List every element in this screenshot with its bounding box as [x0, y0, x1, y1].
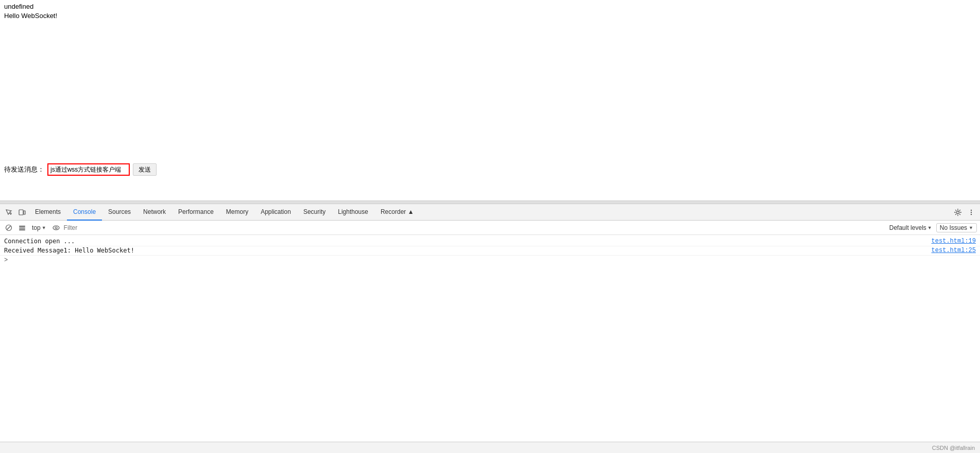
status-bar: CSDN @itfallrain — [0, 442, 980, 453]
console-filter-input[interactable] — [64, 223, 474, 233]
console-line: Received Message1: Hello WebSocket! test… — [0, 246, 980, 256]
devtools-panel: Elements Console Sources Network Perform… — [0, 204, 980, 442]
no-issues-label: No Issues — [940, 224, 967, 231]
status-bar-text: CSDN @itfallrain — [932, 445, 975, 451]
tab-memory[interactable]: Memory — [220, 204, 254, 221]
devtools-settings-icon[interactable] — [951, 206, 965, 219]
svg-point-3 — [971, 209, 972, 210]
console-output: Connection open ... test.html:19 Receive… — [0, 235, 980, 442]
svg-rect-10 — [19, 229, 25, 230]
svg-rect-8 — [19, 226, 25, 227]
devtools-toolbar: top ▼ Default levels ▼ No Issues ▼ — [0, 221, 980, 235]
tab-network[interactable]: Network — [137, 204, 172, 221]
tab-performance[interactable]: Performance — [172, 204, 220, 221]
inspect-element-icon[interactable] — [2, 206, 15, 219]
default-levels-chevron-icon: ▼ — [927, 225, 932, 230]
svg-point-11 — [53, 226, 59, 230]
top-chevron-icon: ▼ — [42, 225, 46, 230]
console-line-text: Connection open ... — [4, 238, 932, 245]
tab-sources[interactable]: Sources — [102, 204, 137, 221]
page-hello-text: Hello WebSocket! — [4, 11, 976, 21]
svg-line-7 — [7, 226, 11, 229]
console-line-source[interactable]: test.html:19 — [932, 238, 980, 245]
svg-point-4 — [971, 211, 972, 212]
no-issues-badge[interactable]: No Issues ▼ — [936, 223, 977, 232]
svg-point-2 — [957, 211, 959, 213]
svg-point-5 — [971, 213, 972, 214]
tab-security[interactable]: Security — [297, 204, 332, 221]
svg-point-12 — [55, 227, 57, 229]
console-line: Connection open ... test.html:19 — [0, 237, 980, 246]
tab-application[interactable]: Application — [254, 204, 297, 221]
tab-elements[interactable]: Elements — [29, 204, 67, 221]
devtools-more-icon[interactable] — [965, 206, 978, 219]
console-input[interactable] — [10, 257, 980, 264]
device-toggle-icon[interactable] — [15, 206, 29, 219]
svg-rect-9 — [19, 227, 25, 228]
console-eye-icon[interactable] — [50, 222, 62, 233]
send-button[interactable]: 发送 — [133, 163, 157, 176]
console-prompt[interactable]: > — [0, 256, 980, 265]
send-area: 待发送消息： 发送 — [0, 159, 980, 180]
clear-console-icon[interactable] — [3, 222, 14, 233]
svg-rect-1 — [24, 211, 25, 214]
top-context-dropdown[interactable]: top ▼ — [30, 223, 48, 232]
send-label: 待发送消息： — [4, 165, 44, 174]
tab-console[interactable]: Console — [67, 204, 102, 221]
tab-recorder[interactable]: Recorder ▲ — [374, 204, 420, 221]
page-undefined-text: undefined — [4, 2, 976, 11]
console-prompt-arrow-icon: > — [4, 257, 8, 264]
send-input[interactable] — [47, 163, 130, 176]
tab-lighthouse[interactable]: Lighthouse — [332, 204, 374, 221]
console-settings-icon[interactable] — [16, 222, 28, 233]
svg-rect-0 — [19, 210, 23, 215]
default-levels-label: Default levels — [889, 224, 926, 231]
console-line-source[interactable]: test.html:25 — [932, 247, 980, 254]
no-issues-chevron-icon: ▼ — [969, 225, 973, 230]
page-content: undefined Hello WebSocket! 待发送消息： 发送 — [0, 0, 980, 201]
main-page: undefined Hello WebSocket! 待发送消息： 发送 — [0, 0, 980, 453]
console-line-text: Received Message1: Hello WebSocket! — [4, 247, 932, 254]
default-levels-dropdown[interactable]: Default levels ▼ — [887, 223, 934, 232]
devtools-tabs: Elements Console Sources Network Perform… — [0, 204, 980, 221]
top-context-label: top — [32, 224, 41, 231]
